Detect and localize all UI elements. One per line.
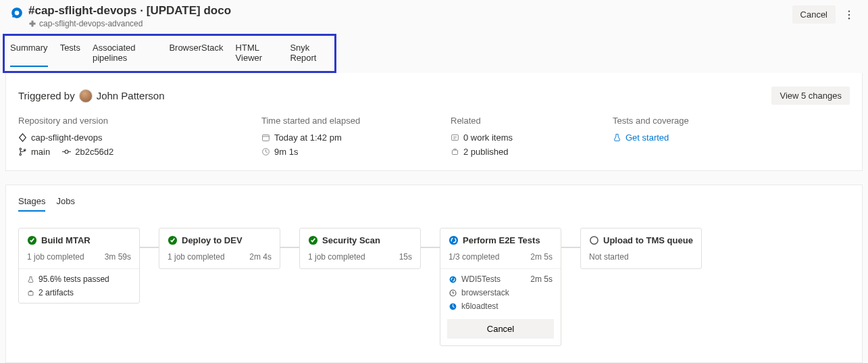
work-items[interactable]: 0 work items — [463, 132, 513, 143]
view-changes-button[interactable]: View 5 changes — [771, 87, 850, 105]
related-label: Related — [451, 116, 572, 126]
svg-point-7 — [848, 18, 850, 19]
svg-point-1 — [15, 11, 20, 16]
stage-job-browserstack[interactable]: browserstack — [449, 288, 553, 297]
stage-connector — [561, 247, 580, 248]
repo-icon — [18, 133, 27, 142]
svg-rect-18 — [452, 150, 457, 155]
pending-icon — [449, 289, 457, 297]
stage-card-security-scan[interactable]: Security Scan 1 job completed 15s — [299, 228, 421, 269]
tab-snyk-report[interactable]: Snyk Report — [290, 43, 329, 67]
time-elapsed: 9m 1s — [274, 147, 298, 157]
running-icon — [449, 235, 459, 245]
tab-tests[interactable]: Tests — [60, 43, 80, 67]
tab-associated-pipelines[interactable]: Associated pipelines — [93, 43, 157, 67]
calendar-icon — [261, 133, 270, 142]
stage-connector — [280, 247, 299, 248]
clock-icon — [261, 147, 270, 156]
stage-job-k6loadtest[interactable]: k6loadtest — [449, 301, 553, 311]
run-header: #cap-sflight-devops · [UPDATE] doco cap-… — [0, 0, 868, 28]
commit-icon — [62, 147, 71, 156]
stage-connector — [140, 247, 159, 248]
cancel-button[interactable]: Cancel — [792, 5, 836, 24]
stage-card-build-mtar[interactable]: Build MTAR 1 job completed 3m 59s 95.6% … — [18, 228, 140, 304]
highlighted-tabs-box: Summary Tests Associated pipelines Brows… — [3, 34, 336, 73]
stages-section: Stages Jobs Build MTAR 1 job completed 3… — [5, 185, 863, 363]
time-col: Time started and elapsed Today at 1:42 p… — [261, 116, 410, 157]
commit-hash[interactable]: 2b2c56d2 — [75, 147, 113, 157]
title-area: #cap-sflight-devops · [UPDATE] doco cap-… — [11, 4, 792, 28]
repo-label: Repository and version — [18, 116, 221, 126]
beaker-icon — [27, 276, 34, 283]
svg-point-11 — [65, 150, 68, 153]
svg-point-5 — [848, 10, 850, 11]
svg-rect-17 — [452, 135, 459, 140]
triggered-by-user[interactable]: John Patterson — [97, 90, 165, 101]
stage-card-tms-queue[interactable]: Upload to TMS queue Not started — [580, 228, 702, 269]
tab-browserstack[interactable]: BrowserStack — [169, 43, 223, 67]
svg-point-29 — [590, 237, 598, 244]
pipeline-subtitle[interactable]: cap-sflight-devops-advanced — [28, 19, 231, 28]
stage-card-e2e-tests[interactable]: Perform E2E Tests 1/3 completed 2m 5s WD… — [440, 228, 561, 346]
success-icon — [308, 235, 318, 245]
run-tabs: Summary Tests Associated pipelines Brows… — [5, 36, 334, 71]
success-icon — [27, 235, 37, 245]
triggered-by-label: Triggered by — [18, 90, 75, 101]
svg-point-8 — [20, 148, 22, 150]
stage-duration: 3m 59s — [105, 252, 131, 262]
workitem-icon — [451, 133, 459, 142]
tests-col: Tests and coverage Get started — [613, 116, 689, 157]
running-icon — [449, 275, 457, 284]
time-started: Today at 1:42 pm — [274, 132, 342, 143]
tab-html-viewer[interactable]: HTML Viewer — [236, 43, 278, 67]
svg-point-23 — [449, 236, 458, 245]
pipeline-run-icon — [11, 7, 23, 19]
more-actions-button[interactable] — [841, 6, 857, 24]
branch-icon — [18, 147, 27, 156]
stage-connector — [421, 247, 440, 248]
repo-col: Repository and version cap-sflight-devop… — [18, 116, 221, 157]
pipeline-icon — [28, 20, 36, 28]
artifact-icon — [27, 289, 34, 297]
success-icon — [168, 235, 178, 245]
stage-card-deploy-dev[interactable]: Deploy to DEV 1 job completed 2m 4s — [159, 228, 280, 269]
related-col: Related 0 work items 2 published — [451, 116, 572, 157]
tab-stages[interactable]: Stages — [18, 196, 45, 212]
stage-jobs-text: 1 job completed — [27, 252, 84, 262]
page-title: #cap-sflight-devops · [UPDATE] doco — [28, 4, 231, 18]
queued-icon — [449, 302, 457, 311]
svg-point-9 — [20, 153, 22, 155]
beaker-icon — [613, 133, 621, 142]
summary-panel: Triggered by John Patterson View 5 chang… — [5, 73, 863, 171]
published-count[interactable]: 2 published — [463, 147, 509, 157]
info-row: Repository and version cap-sflight-devop… — [6, 116, 862, 170]
time-label: Time started and elapsed — [261, 116, 410, 126]
tests-label: Tests and coverage — [613, 116, 689, 126]
avatar — [79, 89, 93, 103]
svg-rect-14 — [263, 135, 270, 141]
stage-flow: Build MTAR 1 job completed 3m 59s 95.6% … — [18, 228, 850, 346]
branch-name[interactable]: main — [31, 147, 50, 157]
tab-summary[interactable]: Summary — [10, 43, 48, 67]
svg-point-6 — [848, 14, 850, 15]
svg-rect-4 — [32, 21, 34, 27]
notstarted-icon — [589, 235, 599, 245]
tab-jobs[interactable]: Jobs — [56, 196, 74, 212]
stages-jobs-tabs: Stages Jobs — [18, 196, 850, 212]
svg-rect-20 — [28, 291, 33, 295]
header-actions: Cancel — [792, 5, 857, 24]
stage-cancel-button[interactable]: Cancel — [447, 319, 554, 339]
trigger-row: Triggered by John Patterson View 5 chang… — [6, 73, 862, 116]
svg-point-25 — [450, 276, 457, 283]
stage-job-wdi5[interactable]: WDI5Tests 2m 5s — [449, 274, 553, 284]
get-started-link[interactable]: Get started — [626, 132, 669, 143]
repo-name-line[interactable]: cap-sflight-devops — [18, 132, 221, 143]
artifact-icon — [451, 147, 459, 156]
